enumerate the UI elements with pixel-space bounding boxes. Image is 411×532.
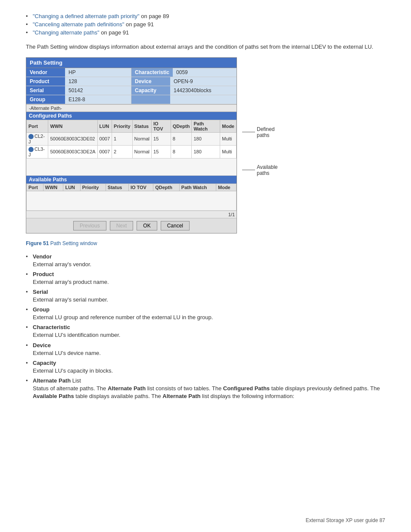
col-lun: LUN [97, 120, 112, 132]
next-button[interactable]: Next [110, 221, 134, 230]
ok-button[interactable]: OK [137, 221, 157, 230]
avail-col-priority: Priority [80, 184, 106, 191]
defined-paths-label: Definedpaths [257, 126, 274, 138]
pagination-bar: 1/1 [26, 211, 237, 218]
serial-label: Serial [26, 86, 65, 95]
desc-text-7: Status of alternate paths. The Alternate… [33, 385, 385, 400]
configured-row-1: CL3-J 50060E8003C3DE2A 0007 2 Normal 15 … [27, 145, 237, 158]
desc-term-7: Alternate Path [33, 377, 71, 384]
available-paths-annotation: Availablepaths [242, 164, 277, 176]
desc-term-1: Product [33, 271, 54, 277]
vendor-label: Vendor [26, 68, 65, 77]
bullet-item-3: "Changing alternate paths" on page 91 [26, 29, 385, 36]
device-cell: Device OPEN-9 [131, 77, 237, 86]
figure-title: Path Setting window [50, 240, 97, 246]
bullet-item-2: "Canceling alternate path definitions" o… [26, 21, 385, 28]
serial-value: 50142 [65, 86, 131, 95]
annotation-line-2 [242, 170, 255, 170]
avail-col-mode: Mode [216, 184, 237, 191]
product-label: Product [26, 77, 65, 86]
col-path-watch: Path Watch [192, 120, 220, 132]
figure-caption: Figure 51 Path Setting window [26, 240, 385, 246]
desc-term-0: Vendor [33, 253, 52, 260]
info-grid: Vendor HP Characteristic 0059 Product 12… [26, 68, 237, 105]
desc-term-extra-7: List [71, 377, 81, 384]
configured-paths-table: Port WWN LUN Priority Status IO TOV QDep… [26, 120, 237, 159]
desc-term-3: Group [33, 306, 50, 313]
row-mode: Multi [220, 132, 237, 145]
defined-paths-empty-area [26, 159, 237, 176]
empty-label [131, 95, 170, 104]
path-setting-window: Path Setting Vendor HP Characteristic 00… [26, 57, 237, 233]
group-label: Group [26, 95, 65, 104]
row-io-tov: 15 [152, 145, 171, 158]
device-label: Device [131, 77, 170, 86]
characteristic-cell: Characteristic 0059 [131, 68, 237, 77]
configured-paths-title: Configured Paths [26, 112, 237, 120]
desc-item-1: ProductExternal array's product name. [26, 271, 385, 286]
desc-item-3: GroupExternal LU group and reference num… [26, 306, 385, 321]
row-lun: 0007 [97, 132, 112, 145]
cancel-button[interactable]: Cancel [161, 221, 190, 230]
col-qdepth: QDepth [171, 120, 192, 132]
row-icon [28, 134, 34, 139]
window-title: Path Setting [26, 58, 237, 68]
alternate-path-header: -Alternate Path- [26, 105, 237, 112]
device-value: OPEN-9 [170, 77, 237, 86]
footer: External Storage XP user guide 87 [305, 517, 385, 523]
alternate-path-section: -Alternate Path- Configured Paths Port W… [26, 105, 237, 233]
row-status: Normal [132, 145, 151, 158]
row-io-tov: 15 [152, 132, 171, 145]
available-paths-table: Port WWN LUN Priority Status IO TOV QDep… [26, 184, 237, 211]
pagination-text: 1/1 [228, 212, 235, 217]
avail-col-wwn: WWN [43, 184, 63, 191]
desc-text-3: External LU group and reference number o… [33, 314, 385, 321]
link-changing-paths[interactable]: "Changing alternate paths" [33, 29, 100, 36]
empty-value [170, 95, 237, 104]
product-cell: Product 128 [26, 77, 131, 86]
desc-text-4: External LU's identification number. [33, 331, 385, 339]
avail-col-lun: LUN [63, 184, 80, 191]
col-priority: Priority [112, 120, 133, 132]
vendor-value: HP [65, 68, 131, 77]
row-status: Normal [132, 132, 151, 145]
avail-col-path-watch: Path Watch [179, 184, 216, 191]
col-port: Port [27, 120, 48, 132]
dialog-buttons: Previous Next OK Cancel [26, 218, 237, 233]
desc-text-2: External array's serial number. [33, 296, 385, 304]
desc-term-6: Capacity [33, 360, 56, 366]
product-value: 128 [65, 77, 131, 86]
desc-term-5: Device [33, 342, 51, 348]
desc-text-1: External array's product name. [33, 278, 385, 286]
serial-cell: Serial 50142 [26, 86, 131, 95]
characteristic-label: Characteristic [131, 68, 173, 77]
row-wwn: 50060E8003C3DE2A [48, 145, 97, 158]
configured-table-header-row: Port WWN LUN Priority Status IO TOV QDep… [27, 120, 237, 132]
previous-button[interactable]: Previous [73, 221, 106, 230]
row-icon [28, 147, 34, 152]
row-path-watch: 180 [192, 132, 220, 145]
desc-item-0: VendorExternal array's vendor. [26, 253, 385, 268]
available-paths-label: Availablepaths [257, 164, 277, 176]
defined-paths-annotation: Definedpaths [242, 126, 277, 138]
row-port: CL3-J [27, 145, 48, 158]
row-mode: Multi [220, 145, 237, 158]
description-list: VendorExternal array's vendor.ProductExt… [26, 253, 385, 401]
desc-text-6: External LU's capacity in blocks. [33, 367, 385, 375]
capacity-label: Capacity [131, 86, 170, 95]
bullet-item-1: "Changing a defined alternate path prior… [26, 13, 385, 19]
available-empty-row [27, 191, 237, 210]
row-priority: 1 [112, 132, 133, 145]
group-value: E128-8 [65, 95, 131, 104]
avail-col-status: Status [106, 184, 128, 191]
desc-term-2: Serial [33, 289, 48, 295]
available-paths-title: Available Paths [26, 176, 237, 184]
row-port: CL2-J [27, 132, 48, 145]
capacity-value: 14423040blocks [170, 86, 237, 95]
row-lun: 0007 [97, 145, 112, 158]
link-canceling[interactable]: "Canceling alternate path definitions" [33, 21, 124, 28]
vendor-cell: Vendor HP [26, 68, 131, 77]
intro-paragraph: The Path Setting window displays informa… [26, 43, 385, 51]
link-changing-priority[interactable]: "Changing a defined alternate path prior… [33, 13, 140, 19]
capacity-cell: Capacity 14423040blocks [131, 86, 237, 95]
